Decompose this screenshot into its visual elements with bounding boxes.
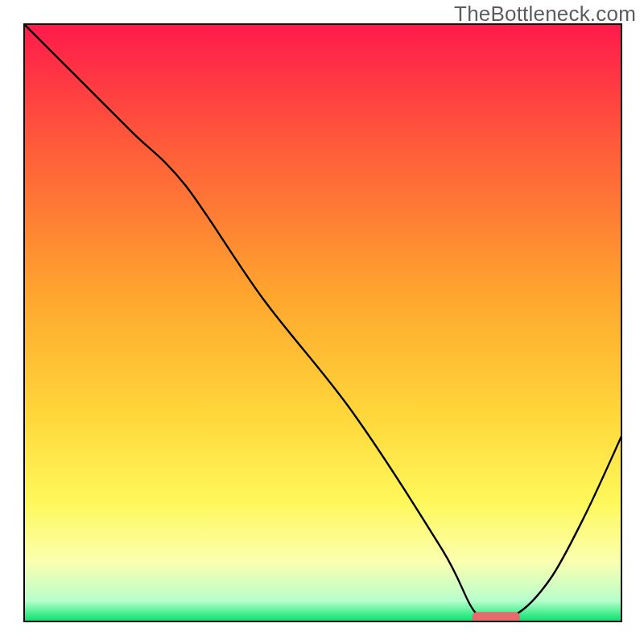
bottleneck-chart [0,0,644,644]
chart-frame: TheBottleneck.com [0,0,644,644]
